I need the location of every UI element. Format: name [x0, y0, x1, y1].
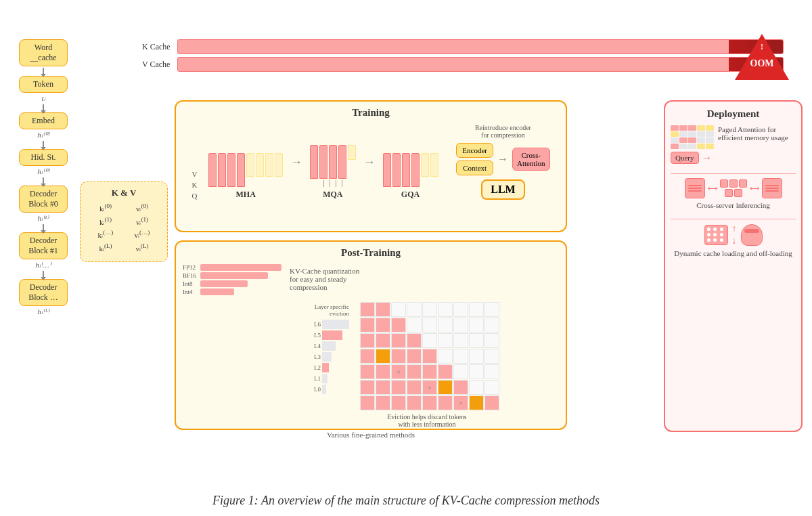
figure-caption: Figure 1: An overview of the main struct… [212, 494, 600, 508]
pb-r3c2 [679, 137, 687, 143]
grid-cell-5-5 [438, 380, 453, 395]
divider-2 [671, 219, 796, 219]
mqa-col-3 [329, 145, 337, 179]
grid-cell-5-2 [391, 380, 406, 395]
eviction-grid: ××× [360, 302, 499, 410]
paged-attn-area: Paged Attention for efficient memory usa… [671, 125, 796, 149]
l2-label: L2 [310, 364, 321, 371]
bf16-label: BF16 [183, 272, 200, 279]
fine-grained-label: Various fine-grained methods [183, 431, 559, 439]
l4-bar [322, 341, 336, 351]
pb-r4c2 [679, 144, 687, 149]
training-section: Training V K Q MHA [175, 100, 567, 232]
server-1 [685, 178, 705, 198]
v-dots-label: vᵢ(…) [124, 229, 160, 240]
grid-cell-0-2 [391, 302, 406, 317]
token-sub: tᵢ [41, 94, 45, 103]
cross-attn-box: Cross-Attention [512, 148, 550, 171]
paged-attn-desc: Paged Attention for efficient memory usa… [718, 125, 792, 142]
server-2 [762, 178, 782, 198]
divider-1 [671, 173, 796, 174]
grid-cell-4-1 [376, 364, 390, 379]
encoder-box: Encoder [456, 143, 493, 158]
reintroduce-text: Reintroduce encoderfor compression [475, 124, 531, 139]
decoder1-label: Decoder Block #1 [28, 236, 58, 255]
server-connector-2: ⟷ [750, 185, 759, 192]
sl-2 [688, 188, 702, 189]
gqa-col-5 [421, 153, 429, 177]
k-label: K [191, 181, 197, 189]
decoder-dots-box: Decoder Block … [19, 279, 68, 306]
grid-cell-4-2: × [391, 364, 406, 379]
gqa-col-4 [411, 153, 420, 187]
pb-r4c5 [706, 144, 714, 149]
v-cache-label: V Cache [142, 60, 177, 70]
conn-4 [342, 180, 342, 187]
layer-chart: Layer specificeviction L6 L5 L4 L3 [310, 302, 349, 394]
grid-cell-5-4: × [422, 380, 437, 395]
srv-4 [725, 189, 733, 197]
oom-container: ! OOM [735, 34, 789, 81]
pb-r1c2 [679, 125, 687, 131]
storage-line [744, 229, 759, 233]
quant-bars: FP32 BF16 Int8 Int4 [183, 264, 283, 297]
arrow-mha-mqa: → [290, 155, 302, 169]
pb-r3c1 [671, 137, 679, 143]
gqa-group: GQA [383, 153, 438, 200]
v-label: V [191, 170, 197, 178]
cd-1 [707, 228, 710, 231]
grid-cell-6-1 [376, 395, 390, 410]
kL-label: kᵢ(L) [87, 242, 124, 253]
grid-cell-0-8 [484, 302, 499, 317]
l1-row: L1 [310, 374, 349, 383]
quant-area: FP32 BF16 Int8 Int4 KV-Cache quantizatio… [183, 261, 559, 297]
decoder1-box: Decoder Block #1 [19, 232, 68, 259]
cd-4 [707, 233, 710, 236]
pb-r2c3 [688, 131, 696, 137]
dynamic-cache-visual: ↑ ↓ [671, 223, 796, 246]
paged-row-3 [671, 137, 714, 143]
grid-cell-1-5 [438, 318, 453, 332]
cd-5 [713, 233, 717, 236]
l0-row: L0 [310, 385, 349, 394]
grid-cell-2-1 [376, 333, 390, 348]
cd-9 [720, 238, 723, 242]
pb-r2c4 [697, 131, 705, 137]
l4-label: L4 [310, 343, 321, 349]
conn-2 [330, 180, 330, 187]
bottom-row: Key and Value h₀ × h₂ h₃ h₄ × Head level… [183, 302, 559, 428]
query-badge: Query [671, 152, 699, 164]
grid-cell-1-2 [391, 318, 406, 332]
mha-group: MHA [208, 153, 283, 200]
grid-cell-6-0 [360, 395, 375, 410]
grid-cell-2-2 [391, 333, 406, 348]
grid-cell-2-7 [469, 333, 484, 348]
grid-cell-5-0 [360, 380, 375, 395]
l3-row: L3 [310, 352, 349, 362]
paged-row-1 [671, 125, 714, 131]
quant-desc: KV-Cache quantizationfor easy and steady… [290, 267, 378, 291]
k-cache-bar [177, 39, 784, 54]
k-cache-row: K Cache [142, 39, 784, 54]
decoder-dots-label: Decoder Block … [28, 282, 58, 302]
grid-cell-6-5 [438, 395, 453, 410]
eviction-desc: Eviction helps discard tokenswith less i… [360, 413, 494, 428]
layer-eviction-desc: Layer specificeviction [310, 303, 349, 317]
v0-label: vᵢ(0) [124, 202, 160, 213]
decoder-dots-sub: hᵢ⁽ᴸ⁾ [37, 307, 49, 316]
mha-col-6 [256, 153, 264, 177]
pb-r2c5 [706, 131, 714, 137]
arrow-mqa-gqa: → [363, 155, 376, 169]
encoder-area: Reintroduce encoderfor compression Encod… [456, 124, 549, 200]
grid-cell-3-5 [438, 349, 453, 364]
gqa-col-3 [402, 153, 410, 187]
grid-cell-3-4 [422, 349, 437, 364]
posttraining-title: Post-Training [183, 247, 559, 259]
grid-cell-5-7 [469, 380, 484, 395]
grid-cell-2-8 [484, 333, 499, 348]
paged-attn-item: Paged Attention for efficient memory usa… [671, 125, 796, 164]
grid-cell-0-0 [360, 302, 375, 317]
llm-box: LLM [481, 179, 524, 200]
grid-cell-4-3 [407, 364, 422, 379]
srv-5 [734, 189, 742, 197]
